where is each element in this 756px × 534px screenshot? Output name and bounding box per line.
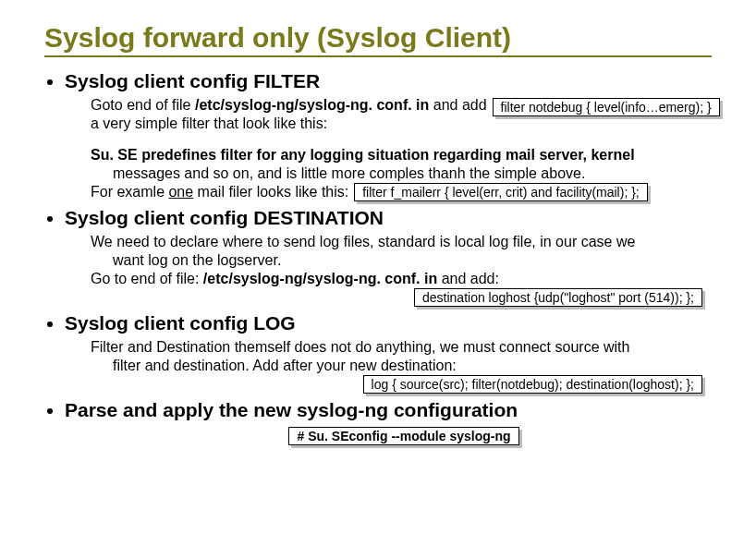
text: Su. SE predefines filter for any logging… — [91, 147, 635, 163]
code: filter f_mailerr { level(err, crit) and … — [354, 183, 648, 201]
text: Filter and Destination themself does not… — [91, 339, 629, 355]
text: a very simple filter that look like this… — [91, 115, 327, 131]
codebox-filter-notdebug: filter notdebug { level(info…emerg); } — [493, 98, 720, 116]
text: want log on the logserver. — [113, 251, 712, 270]
text: messages and so on, and is little more c… — [113, 164, 712, 183]
code: # Su. SEconfig --module syslog-ng — [288, 427, 518, 445]
filter-line1-row: Goto end of file /etc/syslog-ng/syslog-n… — [91, 96, 712, 133]
text: and add: — [437, 271, 499, 286]
filter-text-block: Goto end of file /etc/syslog-ng/syslog-n… — [91, 96, 487, 133]
section-heading: Syslog client config DESTINATION — [65, 207, 384, 228]
text: mail filer looks like this: — [193, 184, 348, 200]
text: We need to declare where to send log fil… — [91, 234, 635, 249]
section-log: Syslog client config LOG Filter and Dest… — [65, 312, 712, 394]
text: and add — [429, 97, 486, 113]
bullet-list: Syslog client config FILTER Goto end of … — [44, 70, 712, 445]
codebox-suseconfig: # Su. SEconfig --module syslog-ng — [288, 427, 518, 445]
file-path: /etc/syslog-ng/syslog-ng. conf. in — [203, 271, 437, 286]
text-line: For examle one mail filer looks like thi… — [91, 183, 348, 201]
section-heading: Syslog client config FILTER — [65, 70, 320, 91]
text: For examle — [91, 184, 168, 200]
codebox-log: log { source(src); filter(notdebug); des… — [363, 375, 702, 394]
code: filter notdebug { level(info…emerg); } — [493, 98, 720, 116]
title-underline — [44, 55, 712, 57]
codebox-filter-mailerr: filter f_mailerr { level(err, crit) and … — [354, 183, 648, 201]
filter-example-row: For examle one mail filer looks like thi… — [91, 183, 712, 201]
page-title: Syslog forward only (Syslog Client) — [44, 22, 712, 54]
section-destination: Syslog client config DESTINATION We need… — [65, 207, 712, 307]
text: Go to end of file: — [91, 271, 203, 286]
section-heading: Parse and apply the new syslog-ng config… — [65, 399, 518, 420]
code: log { source(src); filter(notdebug); des… — [363, 375, 702, 394]
section-heading: Syslog client config LOG — [65, 312, 296, 334]
parse-body: # Su. SEconfig --module syslog-ng — [91, 427, 712, 445]
dest-codebox-row: destination loghost {udp("loghost" port … — [91, 288, 712, 307]
code: destination loghost {udp("loghost" port … — [414, 288, 702, 307]
file-path: /etc/syslog-ng/syslog-ng. conf. in — [195, 97, 429, 113]
log-body: Filter and Destination themself does not… — [91, 338, 712, 394]
codebox-destination: destination loghost {udp("loghost" port … — [414, 288, 702, 307]
underlined: one — [168, 184, 193, 200]
section-parse: Parse and apply the new syslog-ng config… — [65, 399, 712, 445]
slide: Syslog forward only (Syslog Client) Sysl… — [0, 0, 756, 464]
section-filter: Syslog client config FILTER Goto end of … — [65, 70, 712, 201]
text: filter and destination. Add after your n… — [113, 357, 712, 375]
text: Goto end of file — [91, 97, 195, 113]
filter-body: Goto end of file /etc/syslog-ng/syslog-n… — [91, 96, 712, 201]
spacer — [91, 133, 712, 146]
log-codebox-row: log { source(src); filter(notdebug); des… — [91, 375, 712, 394]
dest-body: We need to declare where to send log fil… — [91, 233, 712, 307]
